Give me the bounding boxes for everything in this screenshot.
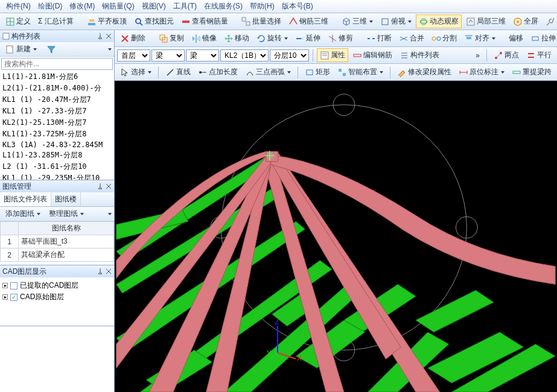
rebar-3d-button[interactable]: 钢筋三维	[285, 14, 331, 28]
new-component-button[interactable]: 新建	[2, 42, 40, 56]
menu-online[interactable]: 在线服务(S)	[200, 0, 246, 13]
mirror-button[interactable]: 镜像	[188, 31, 220, 45]
split-button[interactable]: 分割	[428, 31, 460, 45]
stretch-button[interactable]: 拉伸	[527, 31, 557, 45]
component-list-button[interactable]: 构件列表	[396, 48, 442, 62]
pin-icon[interactable]	[97, 33, 103, 39]
tab-floor[interactable]: 图纸楼	[51, 192, 81, 206]
viewport-3d[interactable]: Z X Y	[115, 81, 557, 392]
merge-button[interactable]: 合并	[396, 31, 427, 45]
list-item[interactable]: KL1 (1) -29.235M-分层10	[0, 172, 114, 180]
menu-help[interactable]: 帮助(H)	[246, 0, 278, 13]
align-slab-button[interactable]: 平齐板顶	[84, 14, 130, 28]
align-button[interactable]: 对齐	[461, 31, 498, 45]
layer-select[interactable]: 分层10	[270, 49, 309, 62]
menu-component[interactable]: 构件(N)	[2, 0, 34, 13]
tab-file-list[interactable]: 图纸文件列表	[0, 192, 51, 206]
trim-button[interactable]: 修剪	[325, 31, 356, 45]
list-item[interactable]: KL1(1)-23.725M-分层8	[0, 128, 114, 140]
sum-button[interactable]: Σ 汇总计算	[35, 14, 77, 28]
list-item[interactable]: L1(1)-21.81M-分层6	[0, 71, 114, 83]
menu-version[interactable]: 版本号(B)	[278, 0, 317, 13]
checkbox[interactable]	[10, 282, 18, 289]
list-item[interactable]: L2(1)-(21.81M-0.400)-分	[0, 83, 114, 94]
search-input[interactable]	[1, 58, 113, 70]
filter-button[interactable]	[43, 43, 59, 56]
top-view-button[interactable]: 俯视	[377, 14, 415, 28]
more-button[interactable]	[543, 15, 557, 28]
floor-select[interactable]: 首层	[117, 49, 150, 62]
copy-button[interactable]: 复制	[156, 31, 187, 45]
sort-drawing-button[interactable]: 整理图纸	[46, 207, 87, 221]
delete-button[interactable]: 删除	[117, 31, 148, 45]
select-button[interactable]: 选择	[117, 65, 154, 79]
list-item[interactable]: KL1 (1) -27.33-分层7	[0, 106, 114, 117]
rect-button[interactable]: 矩形	[302, 65, 333, 79]
define-button[interactable]: 定义	[2, 14, 34, 28]
member-select[interactable]: KL2（1B）	[220, 49, 269, 62]
rotate-button[interactable]: 旋转	[253, 31, 291, 45]
batch-select-button[interactable]: 批量选择	[238, 14, 284, 28]
smart-layout-button[interactable]: 智能布置	[334, 65, 386, 79]
checkbox[interactable]: ✓	[10, 294, 18, 301]
batch-icon	[241, 17, 251, 27]
menu-view[interactable]: 视图(V)	[138, 0, 170, 13]
category-select[interactable]: 梁	[151, 49, 185, 62]
table-row[interactable]: 2其础梁承台配	[1, 248, 114, 262]
close-icon[interactable]	[106, 268, 112, 274]
subcategory-select[interactable]: 梁	[186, 49, 219, 62]
list-item[interactable]: L2 (1) -31.61-分层10	[0, 161, 114, 172]
list-item[interactable]: KL2(1)-25.130M-分层7	[0, 117, 114, 128]
local-3d-button[interactable]: 局部三维	[463, 14, 509, 28]
component-list[interactable]: L1(1)-21.81M-分层6 L2(1)-(21.81M-0.400)-分 …	[0, 71, 114, 180]
find-element-button[interactable]: 查找图元	[131, 14, 177, 28]
tree-node-extracted[interactable]: ▸ 已提取的CAD图层	[2, 280, 112, 291]
rotate-icon	[256, 34, 266, 43]
panel-menu-icon[interactable]	[108, 48, 112, 51]
drawings-panel-title[interactable]: 图纸管理	[0, 180, 114, 192]
menu-draw[interactable]: 绘图(D)	[34, 0, 66, 13]
cad-panel-title[interactable]: CAD图层显示	[0, 265, 114, 277]
tree-node-original[interactable]: ▸ ✓ CAD原始图层	[2, 291, 112, 303]
original-annotation-button[interactable]: 原位标注	[456, 65, 508, 79]
list-item[interactable]: KL1 (1) -20.47M-分层7	[0, 94, 114, 106]
point-length-button[interactable]: 点加长度	[195, 65, 241, 79]
offset-button[interactable]: 偏移	[506, 31, 526, 45]
line-button[interactable]: 直线	[162, 65, 194, 79]
extend-button[interactable]: 延伸	[292, 31, 323, 45]
overflow-button[interactable]: »	[473, 49, 483, 62]
close-icon[interactable]	[106, 33, 112, 39]
arc-button[interactable]: 三点画弧	[242, 65, 294, 79]
relabel-span-button[interactable]: 重提梁跨	[509, 65, 555, 79]
expand-icon[interactable]: ▸	[2, 294, 8, 300]
attributes-button[interactable]: 属性	[317, 48, 348, 62]
break-button[interactable]: 打断	[363, 31, 395, 45]
svg-line-84	[278, 353, 296, 359]
menu-tools[interactable]: 工具(T)	[170, 0, 200, 13]
svg-point-15	[517, 21, 519, 23]
attr-icon	[320, 51, 329, 60]
expand-icon[interactable]: ▸	[2, 283, 8, 288]
3d-view-button[interactable]: 三维	[339, 14, 376, 28]
list-item[interactable]: L1(1)-23.285M-分层8	[0, 150, 114, 161]
fullscreen-button[interactable]: 全屏	[510, 14, 541, 28]
list-item[interactable]: KL3 (1A) -24.83-22.845M	[0, 140, 114, 150]
menu-rebar[interactable]: 钢筋量(Q)	[98, 0, 138, 13]
table-row[interactable]: 1基础平面图_t3	[1, 235, 114, 248]
move-button[interactable]: 移动	[221, 31, 252, 45]
modify-segment-button[interactable]: 修改梁段属性	[394, 65, 454, 79]
svg-rect-7	[182, 21, 189, 23]
dynamic-view-button[interactable]: 动态观察	[416, 14, 462, 28]
dwg-menu-icon[interactable]	[108, 213, 112, 215]
menu-modify[interactable]: 修改(M)	[66, 0, 98, 13]
two-point-button[interactable]: 两点	[491, 48, 522, 62]
view-rebar-button[interactable]: 查看钢筋量	[178, 14, 231, 28]
add-drawing-button[interactable]: 添加图纸	[2, 207, 43, 221]
parallel-button[interactable]: 平行	[523, 48, 555, 62]
pin-icon[interactable]	[97, 183, 103, 189]
cad-layers-panel: CAD图层显示 ▸ 已提取的CAD图层 ▸ ✓ CAD原始图层	[0, 265, 114, 326]
edit-rebar-button[interactable]: 编辑钢筋	[349, 48, 395, 62]
components-panel-title[interactable]: 构件列表	[0, 30, 114, 42]
pin-icon[interactable]	[97, 268, 103, 274]
close-icon[interactable]	[106, 183, 112, 189]
